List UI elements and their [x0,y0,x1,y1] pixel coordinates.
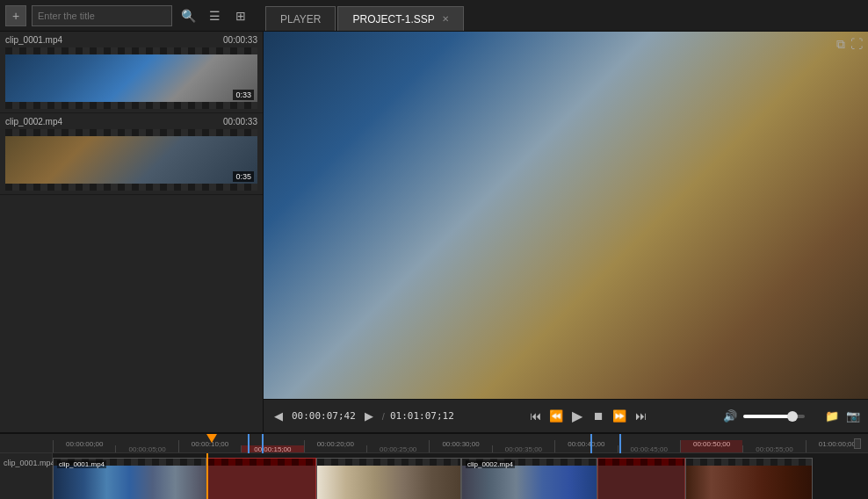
tab-close-icon[interactable]: ✕ [442,14,449,24]
pip-icon[interactable]: ⧉ [836,37,845,52]
search-icon[interactable]: 🔍 [177,5,199,26]
grid-view-icon[interactable]: ⊞ [230,5,251,26]
prev-frame-btn[interactable]: ◀ [271,409,286,423]
ruler-mark-6: 00:00:30;00 [429,440,491,452]
clip-item-1: clip_0001.mp4 00:00:33 0:33 [0,32,263,113]
blue-marker-4 [619,434,621,453]
blue-marker-3 [590,434,592,453]
ruler-mark-7: 00:00:35;00 [492,445,554,452]
clip-thumbnail-2[interactable]: 0:35 [5,129,257,191]
ruler-mark-11: 00:00:55;00 [742,445,805,452]
ruler-mark-9: 00:00:45;00 [618,445,680,452]
clip-badge-1: 0:33 [233,90,254,100]
blue-marker-2 [262,434,264,453]
tab-player[interactable]: PLAYER [265,6,336,31]
tl-clip-1b[interactable] [206,458,316,499]
track-label-video: clip_0001.mp4 [0,453,52,499]
playhead [206,453,208,499]
folder-icon[interactable]: 📁 [824,409,840,423]
list-view-icon[interactable]: ☰ [204,5,225,26]
ruler-mark-0: 00:00:00;00 [53,440,115,452]
tl-clip-3[interactable]: clip_0002.mp4 0:53 [461,458,597,499]
stop-btn[interactable]: ⏹ [590,409,606,423]
step-fwd-btn[interactable]: ⏭ [633,409,648,423]
volume-icon[interactable]: 🔊 [722,409,738,423]
top-bar: + 🔍 ☰ ⊞ PLAYER PROJECT-1.SSP ✕ [0,0,868,32]
ruler-mark-1: 00:00:05;00 [115,445,177,452]
player-video[interactable]: ⧉ ⛶ [264,32,868,399]
total-time-display: 01:01:07;12 [390,410,454,422]
end-marker [854,438,861,449]
ruler-mark-4: 00:00:20;00 [304,440,366,452]
player-controls: ◀ 00:00:07;42 ▶ / 01:01:07;12 ⏮ ⏪ ▶ ⏹ ⏩ … [264,399,868,432]
track-label-text: clip_0001.mp4 [4,459,55,467]
clip-duration-2: 00:00:33 [223,117,257,127]
ruler-mark-3: 00:00:15;00 [241,445,303,452]
clip-thumbnail-1[interactable]: 0:33 [5,47,257,109]
tl-clip-label-1a: clip_0001.mp4 [57,460,106,468]
tabs: PLAYER PROJECT-1.SSP ✕ [265,0,466,31]
main-layout: clip_0001.mp4 00:00:33 0:33 clip_0002.mp… [0,32,868,432]
left-panel: clip_0001.mp4 00:00:33 0:33 clip_0002.mp… [0,32,264,432]
step-back-btn[interactable]: ⏮ [527,409,543,423]
tl-clip-1a[interactable]: clip_0001.mp4 [53,458,206,499]
tracks-main: clip_0001.mp4 [53,453,868,499]
time-separator: / [382,411,385,422]
current-time-display: 00:00:07;42 [292,410,356,422]
frame-fwd-btn[interactable]: ⏩ [611,409,627,423]
ruler-marks: 00:00:00;00 00:00:05;00 00:00:10;00 00:0… [0,440,868,452]
playhead-top [206,434,217,443]
fullscreen-icon[interactable]: ⛶ [850,37,863,52]
play-btn[interactable]: ▶ [569,408,585,424]
ruler-mark-5: 00:00:25;00 [366,445,429,452]
blue-marker-1 [248,434,250,453]
video-track: clip_0001.mp4 [53,453,868,499]
add-button[interactable]: + [5,5,26,26]
tl-clip-2[interactable] [316,458,461,499]
player-top-right-icons: ⧉ ⛶ [836,37,863,52]
tl-clip-4a[interactable] [597,458,685,499]
player-panel: ⧉ ⛶ ◀ 00:00:07;42 ▶ / 01:01:07;12 ⏮ ⏪ ▶ … [264,32,868,432]
clip-duration-1: 00:00:33 [223,35,257,45]
clip-header-1: clip_0001.mp4 00:00:33 [5,35,257,45]
clip-name-1: clip_0001.mp4 [5,35,62,45]
title-input[interactable] [32,5,172,26]
ruler-mark-8: 00:00:40;00 [554,440,617,452]
clip-item-2: clip_0002.mp4 00:00:33 0:35 [0,113,263,195]
camera-icon[interactable]: 📷 [845,409,861,423]
clip-name-2: clip_0002.mp4 [5,117,62,127]
timeline-ruler: 00:00:00;00 00:00:05;00 00:00:10;00 00:0… [0,434,868,453]
frame-back-btn[interactable]: ⏪ [548,409,564,423]
ruler-mark-10: 00:00:50;00 [680,440,742,452]
tl-clip-label-3: clip_0002.mp4 [466,460,515,468]
tl-clip-4b[interactable]: 0:35 [685,458,813,499]
timeline-area: 00:00:00;00 00:00:05;00 00:00:10;00 00:0… [0,432,868,499]
next-frame-btn[interactable]: ▶ [361,409,377,423]
clip-badge-2: 0:35 [233,171,254,182]
track-label-column: clip_0001.mp4 [0,453,53,499]
clip-header-2: clip_0002.mp4 00:00:33 [5,117,257,127]
track-container: clip_0001.mp4 clip_0001.mp4 [0,453,868,499]
volume-slider[interactable] [743,415,805,418]
tab-project[interactable]: PROJECT-1.SSP ✕ [337,6,463,31]
